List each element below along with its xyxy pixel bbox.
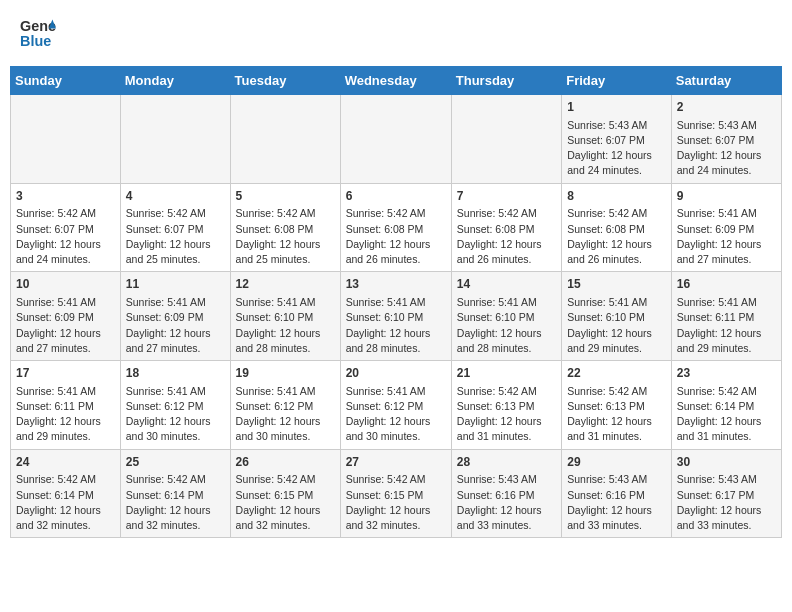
day-info: Sunrise: 5:41 AM Sunset: 6:10 PM Dayligh…	[346, 295, 446, 356]
calendar-cell: 3Sunrise: 5:42 AM Sunset: 6:07 PM Daylig…	[11, 183, 121, 272]
day-number: 3	[16, 188, 115, 205]
calendar-cell: 12Sunrise: 5:41 AM Sunset: 6:10 PM Dayli…	[230, 272, 340, 361]
day-number: 4	[126, 188, 225, 205]
day-info: Sunrise: 5:42 AM Sunset: 6:08 PM Dayligh…	[457, 206, 556, 267]
week-row-1: 1Sunrise: 5:43 AM Sunset: 6:07 PM Daylig…	[11, 95, 782, 184]
calendar-cell: 27Sunrise: 5:42 AM Sunset: 6:15 PM Dayli…	[340, 449, 451, 538]
day-info: Sunrise: 5:41 AM Sunset: 6:09 PM Dayligh…	[16, 295, 115, 356]
day-number: 25	[126, 454, 225, 471]
day-info: Sunrise: 5:43 AM Sunset: 6:16 PM Dayligh…	[457, 472, 556, 533]
day-number: 30	[677, 454, 776, 471]
calendar-cell	[120, 95, 230, 184]
logo-icon: General Blue	[20, 15, 56, 51]
day-number: 9	[677, 188, 776, 205]
day-number: 24	[16, 454, 115, 471]
day-number: 21	[457, 365, 556, 382]
header-tuesday: Tuesday	[230, 67, 340, 95]
calendar-cell: 25Sunrise: 5:42 AM Sunset: 6:14 PM Dayli…	[120, 449, 230, 538]
day-info: Sunrise: 5:41 AM Sunset: 6:10 PM Dayligh…	[567, 295, 666, 356]
calendar-cell: 26Sunrise: 5:42 AM Sunset: 6:15 PM Dayli…	[230, 449, 340, 538]
day-info: Sunrise: 5:41 AM Sunset: 6:11 PM Dayligh…	[677, 295, 776, 356]
day-number: 22	[567, 365, 666, 382]
day-info: Sunrise: 5:42 AM Sunset: 6:14 PM Dayligh…	[677, 384, 776, 445]
calendar-cell	[340, 95, 451, 184]
day-number: 10	[16, 276, 115, 293]
day-number: 13	[346, 276, 446, 293]
calendar-cell: 10Sunrise: 5:41 AM Sunset: 6:09 PM Dayli…	[11, 272, 121, 361]
day-info: Sunrise: 5:41 AM Sunset: 6:09 PM Dayligh…	[126, 295, 225, 356]
calendar-cell: 11Sunrise: 5:41 AM Sunset: 6:09 PM Dayli…	[120, 272, 230, 361]
day-info: Sunrise: 5:41 AM Sunset: 6:12 PM Dayligh…	[346, 384, 446, 445]
day-number: 17	[16, 365, 115, 382]
calendar-cell: 23Sunrise: 5:42 AM Sunset: 6:14 PM Dayli…	[671, 361, 781, 450]
calendar-cell: 14Sunrise: 5:41 AM Sunset: 6:10 PM Dayli…	[451, 272, 561, 361]
header-sunday: Sunday	[11, 67, 121, 95]
day-info: Sunrise: 5:41 AM Sunset: 6:10 PM Dayligh…	[457, 295, 556, 356]
day-info: Sunrise: 5:42 AM Sunset: 6:14 PM Dayligh…	[126, 472, 225, 533]
calendar-cell: 1Sunrise: 5:43 AM Sunset: 6:07 PM Daylig…	[562, 95, 672, 184]
day-info: Sunrise: 5:41 AM Sunset: 6:10 PM Dayligh…	[236, 295, 335, 356]
day-info: Sunrise: 5:43 AM Sunset: 6:07 PM Dayligh…	[567, 118, 666, 179]
calendar-cell: 24Sunrise: 5:42 AM Sunset: 6:14 PM Dayli…	[11, 449, 121, 538]
calendar-cell: 5Sunrise: 5:42 AM Sunset: 6:08 PM Daylig…	[230, 183, 340, 272]
day-info: Sunrise: 5:43 AM Sunset: 6:16 PM Dayligh…	[567, 472, 666, 533]
day-info: Sunrise: 5:41 AM Sunset: 6:12 PM Dayligh…	[236, 384, 335, 445]
page-header: General Blue	[10, 10, 782, 56]
day-number: 23	[677, 365, 776, 382]
calendar-cell: 6Sunrise: 5:42 AM Sunset: 6:08 PM Daylig…	[340, 183, 451, 272]
week-row-4: 17Sunrise: 5:41 AM Sunset: 6:11 PM Dayli…	[11, 361, 782, 450]
day-info: Sunrise: 5:42 AM Sunset: 6:08 PM Dayligh…	[346, 206, 446, 267]
header-friday: Friday	[562, 67, 672, 95]
day-number: 11	[126, 276, 225, 293]
calendar-body: 1Sunrise: 5:43 AM Sunset: 6:07 PM Daylig…	[11, 95, 782, 538]
day-number: 27	[346, 454, 446, 471]
day-number: 2	[677, 99, 776, 116]
day-number: 29	[567, 454, 666, 471]
calendar-cell: 22Sunrise: 5:42 AM Sunset: 6:13 PM Dayli…	[562, 361, 672, 450]
day-info: Sunrise: 5:42 AM Sunset: 6:08 PM Dayligh…	[567, 206, 666, 267]
calendar-cell: 20Sunrise: 5:41 AM Sunset: 6:12 PM Dayli…	[340, 361, 451, 450]
calendar-cell: 19Sunrise: 5:41 AM Sunset: 6:12 PM Dayli…	[230, 361, 340, 450]
day-number: 18	[126, 365, 225, 382]
day-number: 7	[457, 188, 556, 205]
day-number: 20	[346, 365, 446, 382]
header-saturday: Saturday	[671, 67, 781, 95]
day-info: Sunrise: 5:42 AM Sunset: 6:07 PM Dayligh…	[126, 206, 225, 267]
day-info: Sunrise: 5:42 AM Sunset: 6:13 PM Dayligh…	[567, 384, 666, 445]
day-info: Sunrise: 5:42 AM Sunset: 6:07 PM Dayligh…	[16, 206, 115, 267]
day-info: Sunrise: 5:42 AM Sunset: 6:15 PM Dayligh…	[236, 472, 335, 533]
calendar-cell: 15Sunrise: 5:41 AM Sunset: 6:10 PM Dayli…	[562, 272, 672, 361]
day-info: Sunrise: 5:42 AM Sunset: 6:14 PM Dayligh…	[16, 472, 115, 533]
calendar-cell: 16Sunrise: 5:41 AM Sunset: 6:11 PM Dayli…	[671, 272, 781, 361]
day-info: Sunrise: 5:41 AM Sunset: 6:09 PM Dayligh…	[677, 206, 776, 267]
logo: General Blue	[20, 15, 56, 51]
calendar-cell	[451, 95, 561, 184]
day-number: 16	[677, 276, 776, 293]
day-info: Sunrise: 5:42 AM Sunset: 6:13 PM Dayligh…	[457, 384, 556, 445]
header-monday: Monday	[120, 67, 230, 95]
days-header-row: Sunday Monday Tuesday Wednesday Thursday…	[11, 67, 782, 95]
calendar-cell	[230, 95, 340, 184]
header-thursday: Thursday	[451, 67, 561, 95]
calendar-cell: 9Sunrise: 5:41 AM Sunset: 6:09 PM Daylig…	[671, 183, 781, 272]
calendar-cell: 28Sunrise: 5:43 AM Sunset: 6:16 PM Dayli…	[451, 449, 561, 538]
calendar-cell: 2Sunrise: 5:43 AM Sunset: 6:07 PM Daylig…	[671, 95, 781, 184]
week-row-3: 10Sunrise: 5:41 AM Sunset: 6:09 PM Dayli…	[11, 272, 782, 361]
day-number: 15	[567, 276, 666, 293]
calendar-cell: 30Sunrise: 5:43 AM Sunset: 6:17 PM Dayli…	[671, 449, 781, 538]
day-number: 6	[346, 188, 446, 205]
day-number: 19	[236, 365, 335, 382]
day-number: 28	[457, 454, 556, 471]
day-info: Sunrise: 5:42 AM Sunset: 6:08 PM Dayligh…	[236, 206, 335, 267]
header-wednesday: Wednesday	[340, 67, 451, 95]
calendar-cell: 29Sunrise: 5:43 AM Sunset: 6:16 PM Dayli…	[562, 449, 672, 538]
svg-text:Blue: Blue	[20, 33, 51, 49]
day-info: Sunrise: 5:41 AM Sunset: 6:12 PM Dayligh…	[126, 384, 225, 445]
day-number: 5	[236, 188, 335, 205]
week-row-5: 24Sunrise: 5:42 AM Sunset: 6:14 PM Dayli…	[11, 449, 782, 538]
day-info: Sunrise: 5:43 AM Sunset: 6:07 PM Dayligh…	[677, 118, 776, 179]
day-number: 12	[236, 276, 335, 293]
day-info: Sunrise: 5:41 AM Sunset: 6:11 PM Dayligh…	[16, 384, 115, 445]
calendar-cell: 17Sunrise: 5:41 AM Sunset: 6:11 PM Dayli…	[11, 361, 121, 450]
day-number: 14	[457, 276, 556, 293]
